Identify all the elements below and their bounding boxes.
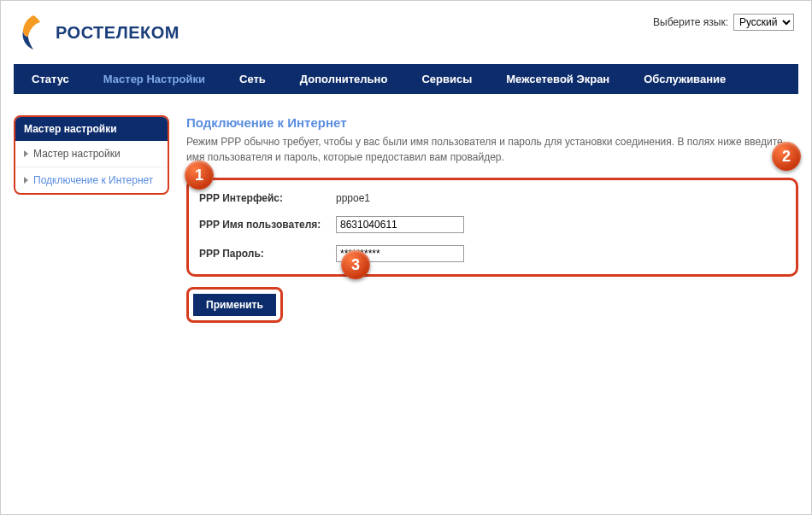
logo-icon	[18, 14, 49, 51]
nav-status[interactable]: Статус	[15, 65, 86, 93]
username-input[interactable]	[336, 216, 464, 233]
main-content: Подключение к Интернет Режим PPP обычно …	[186, 115, 798, 323]
language-selector: Выберите язык: Русский	[653, 14, 794, 31]
logo-text: РОСТЕЛЕКОМ	[56, 23, 179, 43]
body: Мастер настройки Мастер настройки Подклю…	[14, 115, 798, 323]
nav-setup-wizard[interactable]: Мастер Настройки	[86, 65, 222, 93]
sidebar-header: Мастер настройки	[15, 117, 168, 141]
page: РОСТЕЛЕКОМ Выберите язык: Русский Статус…	[0, 0, 812, 515]
triangle-icon	[24, 150, 28, 157]
topbar: РОСТЕЛЕКОМ Выберите язык: Русский	[14, 9, 798, 64]
nav-maintenance[interactable]: Обслуживание	[627, 65, 743, 93]
nav-services[interactable]: Сервисы	[404, 65, 489, 93]
password-input[interactable]	[336, 245, 464, 262]
form-box: PPP Интерфейс: pppoe1 PPP Имя пользовате…	[186, 178, 798, 277]
page-title: Подключение к Интернет	[186, 115, 798, 130]
apply-button[interactable]: Применить	[193, 294, 276, 316]
password-label: PPP Пароль:	[199, 248, 336, 260]
language-label: Выберите язык:	[653, 16, 728, 28]
nav-firewall[interactable]: Межсетевой Экран	[489, 65, 627, 93]
row-password: PPP Пароль:	[199, 245, 786, 262]
username-label: PPP Имя пользователя:	[199, 219, 336, 231]
interface-label: PPP Интерфейс:	[199, 192, 336, 204]
apply-wrap: Применить	[186, 287, 283, 323]
interface-value: pppoe1	[336, 192, 370, 204]
logo: РОСТЕЛЕКОМ	[18, 14, 179, 51]
page-description: Режим PPP обычно требует, чтобы у вас бы…	[186, 134, 798, 165]
triangle-icon	[24, 177, 28, 184]
nav-advanced[interactable]: Дополнительно	[283, 65, 405, 93]
sidebar-item-label: Мастер настройки	[33, 148, 121, 160]
main-nav: Статус Мастер Настройки Сеть Дополнитель…	[14, 64, 798, 94]
row-interface: PPP Интерфейс: pppoe1	[199, 192, 786, 204]
nav-network[interactable]: Сеть	[222, 65, 283, 93]
sidebar-item-label: Подключение к Интернет	[33, 174, 153, 186]
language-select[interactable]: Русский	[733, 14, 794, 31]
row-username: PPP Имя пользователя:	[199, 216, 786, 233]
sidebar: Мастер настройки Мастер настройки Подклю…	[14, 115, 169, 195]
sidebar-item-internet[interactable]: Подключение к Интернет	[15, 167, 168, 193]
sidebar-item-wizard[interactable]: Мастер настройки	[15, 141, 168, 167]
